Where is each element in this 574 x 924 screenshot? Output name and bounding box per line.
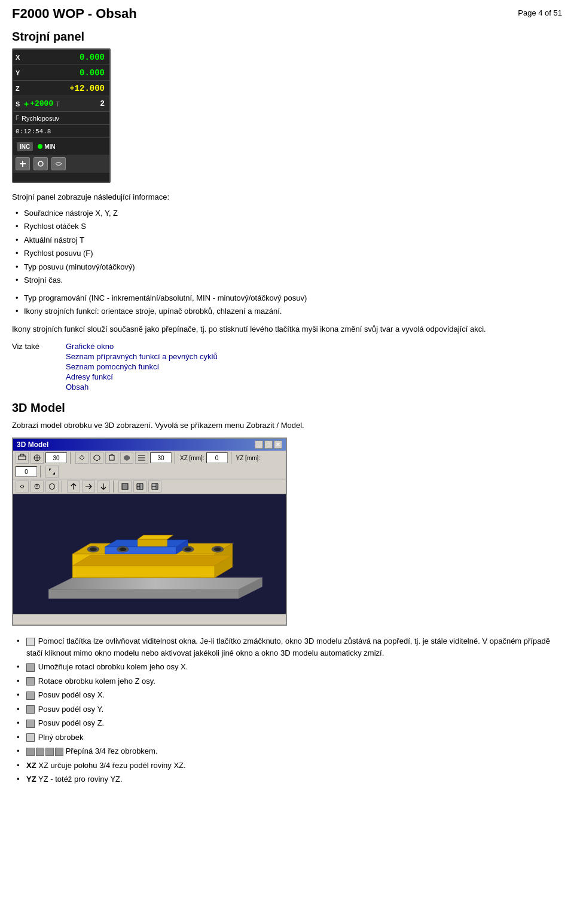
model3d-titlebar: 3D Model _ □ ✕ — [13, 439, 286, 451]
svg-point-23 — [184, 547, 191, 551]
tb-label-yz: YZ [mm]: — [236, 455, 261, 461]
cut-icons — [26, 748, 63, 756]
svg-point-19 — [90, 547, 97, 551]
model3d-window-title: 3D Model — [17, 440, 48, 449]
tb-btn-6[interactable] — [120, 452, 133, 464]
svg-point-25 — [214, 547, 221, 551]
section1-description: Strojní panel zobrazuje následující info… — [12, 191, 562, 204]
s2-bullet-4: Posuv podél osy Y. — [12, 703, 562, 715]
svg-point-2 — [38, 161, 43, 166]
mp-icon-btn-3[interactable] — [51, 157, 66, 170]
tb-input-xz1[interactable] — [45, 452, 67, 463]
mp-time: 0:12:54.8 — [16, 128, 51, 135]
svg-marker-28 — [72, 555, 233, 566]
bullet-item: Strojní čas. — [12, 274, 562, 286]
svg-point-6 — [35, 484, 39, 489]
section1-extra-list: Typ programování (INC - inkrementální/ab… — [12, 292, 562, 317]
tb-input-xz2[interactable] — [150, 452, 172, 463]
svg-rect-1 — [22, 161, 23, 167]
section1-note: Ikony strojních funkcí slouží současně j… — [12, 323, 562, 336]
tb-input-val2[interactable] — [16, 466, 37, 477]
model3d-status-text — [16, 616, 17, 623]
minimize-button[interactable]: _ — [255, 440, 263, 449]
viz-link-adresy-funkci[interactable]: Adresy funkcí — [66, 372, 218, 381]
tb-btn-expand[interactable] — [45, 466, 59, 478]
svg-rect-26 — [138, 540, 167, 547]
bullet-item: Typ posuvu (minutový/otáčkový) — [12, 261, 562, 273]
tb-label-xz: XZ [mm]: — [180, 455, 204, 461]
model3d-toolbar2 — [13, 479, 286, 494]
mp-feed-type: Rychloposuv — [22, 115, 59, 122]
s2-bullet-7: Přepíná 3/4 řez obrobkem. — [12, 745, 562, 757]
svg-rect-7 — [122, 484, 128, 489]
mp-min-label: MIN — [44, 143, 55, 150]
tb-btn-7[interactable] — [135, 452, 148, 464]
tb-icon-1[interactable] — [16, 481, 29, 492]
extra-item-1: Typ programování (INC - inkrementální/ab… — [12, 292, 562, 304]
mp-icon-btn-2[interactable] — [33, 157, 48, 170]
mp-t-value: 2 — [100, 99, 107, 108]
model3d-canvas — [13, 494, 286, 614]
mp-inc-badge: INC — [17, 142, 33, 151]
extra-item-2: Ikony strojních funkcí: orientace stroje… — [12, 305, 562, 317]
tb-icon-2[interactable] — [30, 481, 44, 492]
s2-bullet-5: Posuv podél osy Z. — [12, 717, 562, 729]
svg-marker-16 — [105, 547, 176, 554]
viz-label: Viz také — [12, 342, 54, 391]
s2-bullet-0: Pomocí tlačítka lze ovlivňovat viditelno… — [12, 635, 562, 659]
tb-btn-1[interactable] — [16, 452, 29, 464]
mp-icon-buttons — [13, 155, 109, 173]
move-z-icon — [26, 720, 35, 728]
svg-rect-5 — [109, 455, 114, 460]
svg-rect-3 — [19, 456, 26, 460]
move-x-icon — [26, 692, 35, 700]
page-header: F2000 WOP - Obsah Page 4 of 51 — [12, 6, 562, 22]
visibility-icon — [26, 638, 35, 646]
s2-bullet-1: Umožňuje rotaci obrobku kolem jeho osy X… — [12, 661, 562, 673]
viz-also-section: Viz také Grafické okno Seznam přípravnýc… — [12, 342, 562, 391]
bullet-item: Souřadnice nástroje X, Y, Z — [12, 207, 562, 219]
full-obrobek-icon — [26, 733, 35, 742]
tb-icon-6[interactable] — [97, 481, 110, 492]
model3d-window: 3D Model _ □ ✕ XZ [ — [12, 437, 287, 626]
mp-s-value: +2000 — [30, 99, 53, 108]
viz-link-obsah[interactable]: Obsah — [66, 383, 218, 391]
rotate-z-icon — [26, 677, 35, 686]
svg-marker-27 — [138, 536, 173, 540]
bullet-item: Rychlost posuvu (F) — [12, 247, 562, 259]
move-y-icon — [26, 705, 35, 714]
section2-title: 3D Model — [12, 401, 562, 415]
maximize-button[interactable]: □ — [264, 440, 273, 449]
tb-icon-3[interactable] — [45, 481, 59, 492]
svg-point-21 — [119, 547, 126, 551]
viz-link-graficke-okno[interactable]: Grafické okno — [66, 342, 218, 351]
page-number: Page 4 of 51 — [518, 6, 562, 17]
tb-icon-5[interactable] — [82, 481, 95, 492]
tb-btn-3[interactable] — [75, 452, 88, 464]
tb-icon-7[interactable] — [118, 481, 132, 492]
tb-btn-5[interactable] — [105, 452, 118, 464]
titlebar-buttons: _ □ ✕ — [255, 440, 282, 449]
tb-icon-8[interactable] — [133, 481, 146, 492]
bullet-item: Aktuální nástroj T — [12, 234, 562, 246]
tb-input-val1[interactable] — [206, 452, 228, 463]
mp-icon-btn-1[interactable] — [16, 157, 30, 170]
section2-intro: Zobrazí model obrobku ve 3D zobrazení. V… — [12, 420, 562, 432]
viz-link-pripravne-funkce[interactable]: Seznam přípravných funkcí a pevných cykl… — [66, 352, 218, 361]
section1-title: Strojní panel — [12, 30, 562, 44]
s2-bullet-2: Rotace obrobku kolem jeho Z osy. — [12, 675, 562, 687]
viz-link-pomocne-funkce[interactable]: Seznam pomocných funkcí — [66, 362, 218, 371]
viz-links: Grafické okno Seznam přípravných funkcí … — [66, 342, 218, 391]
close-button[interactable]: ✕ — [274, 440, 282, 449]
tb-btn-4[interactable] — [90, 452, 103, 464]
mp-z-value: +12.000 — [24, 84, 107, 93]
s2-bullet-3: Posuv podél osy X. — [12, 689, 562, 701]
tb-icon-4[interactable] — [67, 481, 80, 492]
tb-icon-9[interactable] — [148, 481, 161, 492]
section1-bullet-list: Souřadnice nástroje X, Y, Z Rychlost otá… — [12, 207, 562, 286]
s2-bullet-9: YZ YZ - totéž pro roviny YZ. — [12, 773, 562, 785]
bullet-item: Rychlost otáček S — [12, 221, 562, 232]
tb-btn-2[interactable] — [30, 452, 44, 464]
model3d-toolbar1: XZ [mm]: YZ [mm]: — [13, 451, 286, 479]
svg-marker-29 — [48, 578, 262, 590]
